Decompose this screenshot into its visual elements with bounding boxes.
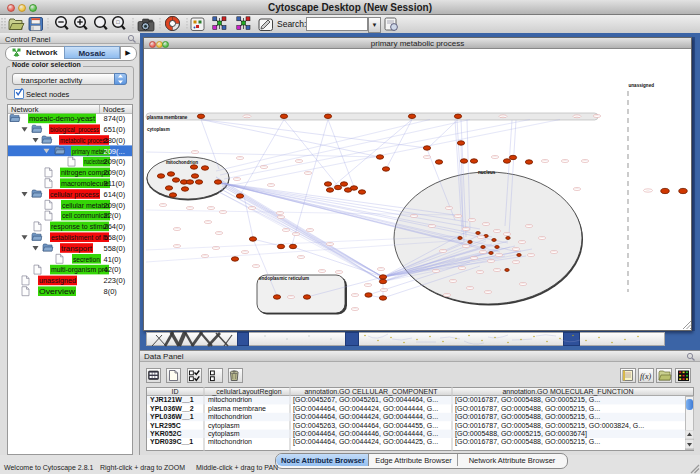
svg-text:558(0): 558(0) bbox=[104, 244, 126, 253]
svg-text:···: ··· bbox=[431, 224, 434, 228]
svg-text:···: ··· bbox=[502, 115, 505, 119]
svg-text:209(0): 209(0) bbox=[104, 201, 126, 210]
svg-text:···: ··· bbox=[251, 206, 254, 210]
svg-text:···: ··· bbox=[496, 229, 499, 233]
svg-text:···: ··· bbox=[647, 189, 650, 193]
svg-text:cellular metabo: cellular metabo bbox=[62, 201, 109, 210]
svg-text:558(0): 558(0) bbox=[104, 233, 126, 242]
svg-text:···: ··· bbox=[487, 290, 490, 294]
svg-text:···: ··· bbox=[515, 260, 518, 264]
svg-text:···: ··· bbox=[564, 159, 567, 163]
svg-text:···: ··· bbox=[215, 246, 218, 250]
svg-text:···: ··· bbox=[354, 293, 357, 297]
svg-text:874(0): 874(0) bbox=[104, 114, 126, 123]
svg-text:ID: ID bbox=[172, 388, 179, 395]
svg-text:···: ··· bbox=[383, 288, 386, 292]
svg-text:···: ··· bbox=[244, 250, 247, 254]
svg-text:···: ··· bbox=[576, 187, 579, 191]
svg-text:···: ··· bbox=[309, 228, 312, 232]
svg-text:[GO:0045263, GO:0044464, GO:00: [GO:0045263, GO:0044464, GO:0044455, G..… bbox=[293, 422, 438, 430]
svg-text:···: ··· bbox=[482, 250, 485, 254]
svg-text:endoplasmic reticulum: endoplasmic reticulum bbox=[259, 276, 309, 281]
svg-text:multi-organism pro: multi-organism pro bbox=[51, 265, 108, 274]
svg-text:[GO:0016787, GO:0005488, GO:00: [GO:0016787, GO:0005488, GO:0005215, G..… bbox=[455, 396, 600, 404]
svg-text:···: ··· bbox=[544, 159, 547, 163]
svg-text:[GO:0044464, GO:0044424, GO:00: [GO:0044464, GO:0044424, GO:0044425, G..… bbox=[293, 438, 438, 446]
svg-text:unassigned: unassigned bbox=[629, 83, 655, 88]
svg-text:209(0): 209(0) bbox=[104, 168, 126, 177]
svg-text:YPL036W__2: YPL036W__2 bbox=[150, 405, 194, 412]
svg-text:cytoplasm: cytoplasm bbox=[208, 430, 240, 438]
svg-text:YPL036W__1: YPL036W__1 bbox=[150, 413, 194, 420]
svg-text:···: ··· bbox=[236, 177, 239, 181]
svg-text:···: ··· bbox=[494, 155, 497, 159]
svg-text:···: ··· bbox=[515, 247, 518, 251]
svg-text:[GO:0044464, GO:0044424, GO:00: [GO:0044464, GO:0044424, GO:0044444, G..… bbox=[293, 413, 438, 421]
svg-text:···: ··· bbox=[380, 267, 383, 271]
svg-text:22(0): 22(0) bbox=[104, 211, 122, 220]
svg-text:[GO:0016787, GO:0005488, GO:00: [GO:0016787, GO:0005488, GO:0005215, G..… bbox=[455, 405, 600, 413]
svg-text:macromolecule: macromolecule bbox=[61, 179, 109, 188]
svg-text:···: ··· bbox=[435, 269, 438, 273]
svg-text:annotation.GO MOLECULAR_FUNCTI: annotation.GO MOLECULAR_FUNCTION bbox=[502, 388, 633, 396]
svg-text:···: ··· bbox=[485, 222, 488, 226]
svg-text:···: ··· bbox=[413, 214, 416, 218]
svg-text:[GO:0016787, GO:0005488, GO:00: [GO:0016787, GO:0005488, GO:0005215, GO:… bbox=[455, 422, 644, 430]
svg-text:plasma membrane: plasma membrane bbox=[147, 115, 188, 120]
svg-text:···: ··· bbox=[530, 253, 533, 257]
svg-text:42(0): 42(0) bbox=[104, 265, 122, 274]
svg-text:···: ··· bbox=[442, 249, 445, 253]
svg-text:···: ··· bbox=[263, 165, 266, 169]
svg-text:···: ··· bbox=[218, 231, 221, 235]
svg-text:···: ··· bbox=[473, 256, 476, 260]
svg-text:···: ··· bbox=[584, 159, 587, 163]
svg-text:[GO:0016787, GO:0005488, GO:00: [GO:0016787, GO:0005488, GO:0005215, G..… bbox=[455, 438, 600, 446]
svg-text:···: ··· bbox=[522, 282, 525, 286]
svg-text:···: ··· bbox=[521, 240, 524, 244]
svg-text:···: ··· bbox=[471, 218, 474, 222]
svg-text:Overview: Overview bbox=[39, 287, 76, 296]
svg-text:209(0): 209(0) bbox=[104, 157, 126, 166]
svg-text:metabolic process: metabolic process bbox=[60, 136, 108, 145]
svg-text:···: ··· bbox=[295, 232, 298, 236]
svg-text:[GO:0044464, GO:0044446, GO:00: [GO:0044464, GO:0044446, GO:0044444, G..… bbox=[293, 430, 438, 438]
svg-text:···: ··· bbox=[480, 235, 483, 239]
svg-text:···: ··· bbox=[479, 270, 482, 274]
svg-text:···: ··· bbox=[426, 155, 429, 159]
svg-text:[GO:0045267, GO:0045261, GO:00: [GO:0045267, GO:0045261, GO:0044464, G..… bbox=[293, 396, 438, 404]
svg-text:223(0): 223(0) bbox=[104, 276, 126, 285]
svg-text:biological_process: biological_process bbox=[50, 125, 99, 134]
svg-text:nucleus: nucleus bbox=[478, 170, 496, 175]
svg-text:YJR121W__1: YJR121W__1 bbox=[150, 396, 194, 403]
svg-text:···: ··· bbox=[300, 255, 303, 259]
svg-text:f(x): f(x) bbox=[640, 372, 651, 381]
svg-text:_cellularLayoutRegion: _cellularLayoutRegion bbox=[211, 388, 281, 396]
svg-text:···: ··· bbox=[576, 115, 579, 119]
svg-text:transport: transport bbox=[61, 244, 93, 253]
svg-text:614(0): 614(0) bbox=[104, 190, 126, 199]
svg-text:···: ··· bbox=[461, 266, 464, 270]
svg-text:secretion: secretion bbox=[73, 255, 100, 264]
svg-text:···: ··· bbox=[541, 236, 544, 240]
svg-text:···: ··· bbox=[222, 210, 225, 214]
svg-text:···: ··· bbox=[452, 279, 455, 283]
svg-text:41(0): 41(0) bbox=[104, 255, 122, 264]
svg-text:···: ··· bbox=[176, 227, 179, 231]
svg-text:···: ··· bbox=[498, 253, 501, 257]
svg-text:···: ··· bbox=[329, 242, 332, 246]
svg-text:209(...: 209(... bbox=[104, 147, 125, 156]
svg-text:···: ··· bbox=[506, 232, 509, 236]
svg-text:[GO:0044464, GO:0044424, GO:00: [GO:0044464, GO:0044424, GO:0044444, G..… bbox=[293, 405, 438, 413]
svg-text:mitochondrion: mitochondrion bbox=[208, 396, 252, 403]
svg-text:280(0): 280(0) bbox=[104, 136, 126, 145]
svg-text:···: ··· bbox=[290, 295, 293, 299]
svg-text:···: ··· bbox=[457, 214, 460, 218]
svg-text:8(0): 8(0) bbox=[104, 287, 118, 296]
svg-text:···: ··· bbox=[528, 224, 531, 228]
svg-text:[GO:0005488, GO:0005215, GO:00: [GO:0005488, GO:0005215, GO:0003674] bbox=[455, 430, 587, 438]
svg-text:···: ··· bbox=[596, 114, 599, 118]
svg-text:YKR052C: YKR052C bbox=[150, 430, 182, 437]
svg-text:···: ··· bbox=[270, 183, 273, 187]
svg-text:···: ··· bbox=[239, 156, 242, 160]
svg-text:···: ··· bbox=[162, 203, 165, 207]
